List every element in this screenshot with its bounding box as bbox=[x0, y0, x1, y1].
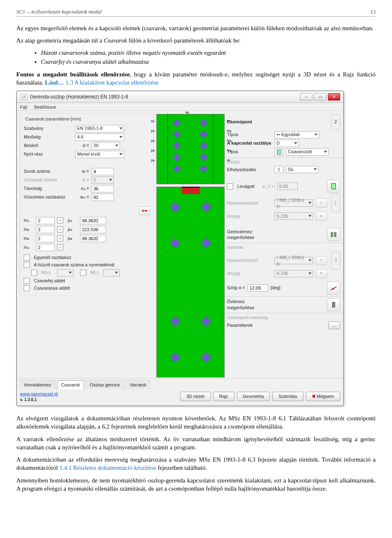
tab-oszlop-gerince[interactable]: Oszlop gerince bbox=[86, 380, 124, 389]
svg-text:α: α bbox=[332, 287, 334, 290]
num-1[interactable]: 1 bbox=[331, 194, 340, 212]
paragraph-5: A varratok ellenőrzése az általános móds… bbox=[16, 435, 376, 452]
p1-input[interactable] bbox=[80, 217, 106, 224]
csavarfej-check[interactable] bbox=[24, 278, 30, 284]
svg-rect-6 bbox=[334, 232, 336, 237]
tipus2-select[interactable]: Csavarozott bbox=[286, 148, 329, 156]
menu-settings[interactable]: Beállítások bbox=[34, 105, 56, 109]
group-bolt-params: Csavarok paraméterei [mm] bbox=[24, 116, 82, 122]
tab-csavarok[interactable]: Csavarok bbox=[57, 380, 84, 389]
num-2[interactable]: 2 bbox=[331, 114, 340, 130]
csavaranya-check[interactable] bbox=[24, 285, 30, 291]
menu-file[interactable]: Fájl bbox=[20, 105, 27, 109]
version-label: v. 1.3.0.1 bbox=[20, 397, 58, 403]
menubar: Fájl Beállítások bbox=[17, 103, 343, 111]
km1-select: I 300_I 320(v)(v bbox=[274, 199, 313, 207]
levagott-check[interactable] bbox=[227, 183, 233, 190]
km2-select: I 300_I 320(v)(v bbox=[274, 257, 313, 264]
anyag1-icon[interactable]: ⧉ bbox=[316, 212, 327, 221]
anyag2-icon[interactable]: ⧉ bbox=[316, 269, 327, 278]
plate-preview bbox=[156, 187, 225, 377]
app-icon: 13 bbox=[20, 94, 27, 100]
szabvany-select[interactable]: EN 1993-1-8 bbox=[75, 125, 124, 132]
page-header-left: SC1 – Acélszerkezeti kapcsolatok modul bbox=[16, 8, 102, 16]
km1-icon[interactable]: ⎘ bbox=[316, 199, 327, 208]
arrows-icon-button[interactable] bbox=[139, 206, 150, 215]
paragraph-fontos: Fontos a megadott beállítások ellenőrzés… bbox=[16, 70, 376, 87]
titlebar: 13 Gerenda-oszlop (Homloklemez) EN 1993-… bbox=[17, 91, 343, 103]
link-gammacad[interactable]: www.gammacad.pl bbox=[20, 391, 58, 397]
tavolsag-input[interactable] bbox=[91, 185, 114, 192]
p2-input[interactable] bbox=[80, 226, 106, 233]
btn-megsem[interactable]: Mégsem bbox=[306, 392, 340, 401]
btn-geometria[interactable]: Geometria bbox=[237, 392, 270, 401]
tab-homloklemez[interactable]: Homloklemez bbox=[20, 380, 56, 389]
m3-check[interactable]: ✓ bbox=[57, 235, 63, 241]
minoseg-select[interactable]: 4.6 bbox=[75, 134, 124, 141]
anyag1-select: S 235 bbox=[274, 212, 313, 220]
ec-input bbox=[277, 183, 298, 190]
m1-check[interactable]: ✓ bbox=[57, 217, 63, 223]
paragraph-6: A dokumentációban az elfordulási merevsé… bbox=[16, 455, 376, 472]
m2-check[interactable]: ✓ bbox=[57, 226, 63, 232]
svg-marker-1 bbox=[146, 210, 147, 212]
anyag2-select: S 235 bbox=[274, 270, 313, 277]
m2-input[interactable] bbox=[36, 226, 55, 233]
minimize-button[interactable]: – bbox=[300, 93, 312, 100]
svg-rect-9 bbox=[332, 302, 335, 307]
tipus-select[interactable]: ↤ Egyoldali bbox=[274, 131, 319, 138]
svg-rect-3 bbox=[277, 150, 281, 154]
huzott-check[interactable] bbox=[24, 262, 30, 268]
dialog-window: 13 Gerenda-oszlop (Homloklemez) EN 1993-… bbox=[16, 91, 344, 406]
tab-varratok[interactable]: Varratok bbox=[125, 380, 150, 389]
p3-input[interactable] bbox=[80, 235, 106, 242]
ovlemez-icon[interactable] bbox=[327, 298, 340, 311]
gerincmeg-icon[interactable] bbox=[327, 228, 340, 241]
btn-rajz[interactable]: Rajz bbox=[213, 392, 234, 401]
bolt-layout-diagram: w₁ e₁ p₁ p₂ p₃ p₄ m₁ m₂ m₃ m₄ w bbox=[156, 114, 225, 184]
sorok-input[interactable] bbox=[91, 168, 114, 175]
page-number: 13 bbox=[370, 8, 376, 16]
m4-input[interactable] bbox=[36, 244, 55, 251]
bottom-tabs: Homloklemez Csavarok Oszlop gerince Varr… bbox=[17, 378, 343, 389]
km2-icon[interactable]: ⎘ bbox=[316, 256, 327, 265]
tipus2-icon bbox=[274, 148, 283, 156]
parameterek-button[interactable]: … bbox=[328, 321, 340, 329]
paragraph-intro: Az egyes megerősítő elemek és a kapcsoló… bbox=[16, 24, 376, 32]
paragraph-4: Az elvégzett vizsgálatok a dokumentációb… bbox=[16, 414, 376, 431]
osztaly-select[interactable]: D bbox=[274, 140, 299, 147]
m3-input[interactable] bbox=[36, 235, 55, 242]
oszlopok-select: 2 bbox=[91, 176, 114, 184]
szog-input[interactable] bbox=[247, 284, 268, 292]
column-icon-button[interactable] bbox=[327, 180, 340, 193]
nyirt-select[interactable]: Menet kívül bbox=[75, 151, 124, 158]
svg-marker-2 bbox=[142, 210, 143, 212]
szog-icon[interactable]: α bbox=[327, 281, 340, 295]
paragraph-csavarok: Az alap geometria megadásán túl a Csavar… bbox=[16, 36, 376, 45]
elhelyezkedes-select[interactable]: Öv bbox=[286, 166, 318, 173]
bullet-list: Húzott csavarsorok száma, pozitív illetv… bbox=[41, 49, 376, 66]
m1-input[interactable] bbox=[36, 217, 55, 224]
vosztas-input[interactable] bbox=[91, 194, 114, 201]
btn-3d[interactable]: 3D nézet bbox=[180, 392, 210, 401]
atmero-select[interactable]: 20 bbox=[91, 142, 120, 150]
btn-szamitas[interactable]: Számítás bbox=[272, 392, 303, 401]
window-title: Gerenda-oszlop (Homloklemez) EN 1993-1-8 bbox=[30, 94, 300, 100]
svg-rect-5 bbox=[331, 232, 333, 237]
egyenlo-check[interactable] bbox=[24, 254, 30, 261]
svg-rect-4 bbox=[332, 183, 336, 189]
num-3[interactable]: 3 bbox=[331, 252, 340, 270]
m4-check[interactable]: ✓ bbox=[57, 244, 63, 250]
close-button[interactable]: ✕ bbox=[328, 93, 340, 100]
paragraph-7: Amennyiben homloklemezes, de nem nyomaté… bbox=[16, 476, 376, 493]
maximize-button[interactable]: ▭ bbox=[314, 93, 326, 100]
